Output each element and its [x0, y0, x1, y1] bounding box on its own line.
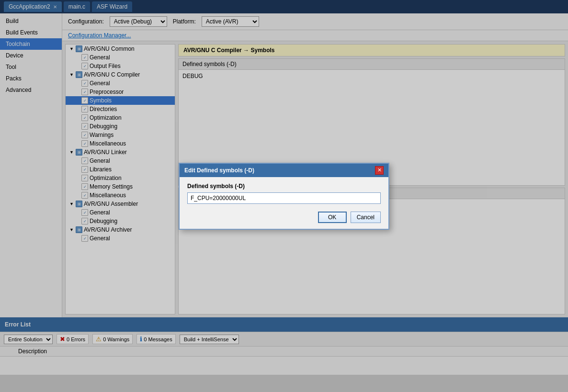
modal-title: Edit Defined symbols (-D) [184, 167, 254, 174]
ok-button[interactable]: OK [318, 212, 347, 223]
modal-dialog: Edit Defined symbols (-D) ✕ Defined symb… [179, 163, 389, 230]
cancel-button[interactable]: Cancel [351, 212, 381, 223]
modal-input[interactable] [187, 192, 381, 204]
modal-buttons: OK Cancel [187, 212, 381, 223]
modal-overlay: Edit Defined symbols (-D) ✕ Defined symb… [0, 0, 568, 375]
modal-field-label: Defined symbols (-D) [187, 183, 381, 190]
modal-title-bar: Edit Defined symbols (-D) ✕ [180, 164, 388, 177]
modal-close-button[interactable]: ✕ [375, 166, 384, 175]
modal-body: Defined symbols (-D) OK Cancel [180, 177, 388, 229]
